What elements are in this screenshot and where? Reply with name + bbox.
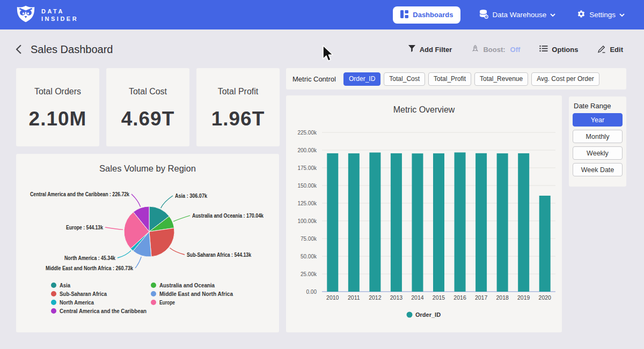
kpi-value: 4.69T bbox=[106, 108, 189, 130]
page-title: Sales Dashboard bbox=[31, 43, 113, 56]
svg-text:Middle East and North Africa :: Middle East and North Africa : 260.73k bbox=[46, 265, 133, 271]
metric-chip-avg-cost-per-order[interactable]: Avg. Cost per Order bbox=[531, 72, 599, 86]
svg-text:0.00: 0.00 bbox=[306, 289, 317, 295]
svg-text:50.00k: 50.00k bbox=[301, 254, 317, 259]
top-nav: DATA INSIDER Dashboards bbox=[0, 0, 644, 29]
bar-chart: 0.0025.00k50.00k75.00k100.00k125.00k150.… bbox=[286, 95, 562, 332]
svg-text:Australia and Oceania : 170.04: Australia and Oceania : 170.04k bbox=[192, 213, 264, 219]
svg-text:150.00k: 150.00k bbox=[297, 183, 317, 189]
pie-chart: Asia : 306.07kAustralia and Oceania : 17… bbox=[16, 154, 279, 332]
svg-text:Central America and the Caribb: Central America and the Caribbean : 226.… bbox=[30, 191, 129, 197]
date-range-monthly[interactable]: Monthly bbox=[573, 130, 623, 143]
svg-text:Middle East and North Africa: Middle East and North Africa bbox=[159, 291, 233, 297]
svg-text:2018: 2018 bbox=[496, 294, 509, 301]
metric-chip-total-cost[interactable]: Total_Cost bbox=[384, 72, 425, 86]
edit-label: Edit bbox=[610, 46, 623, 54]
kpi-card-total-orders: Total Orders 2.10M bbox=[16, 68, 99, 146]
svg-text:Australia and Oceania: Australia and Oceania bbox=[159, 282, 215, 288]
metric-control-bar: Metric Control Order_ID Total_Cost Total… bbox=[286, 68, 626, 90]
date-range-week-date[interactable]: Week Date bbox=[573, 163, 623, 176]
bar-2017[interactable] bbox=[475, 153, 487, 292]
svg-text:2012: 2012 bbox=[369, 294, 382, 301]
list-options-icon bbox=[539, 44, 548, 54]
date-range-year[interactable]: Year bbox=[573, 113, 623, 127]
pie-chart-card: Sales Volume by Region Asia : 306.07kAus… bbox=[16, 154, 279, 332]
bar-2015[interactable] bbox=[433, 153, 444, 292]
bar-2020[interactable] bbox=[539, 196, 551, 292]
svg-text:225.00k: 225.00k bbox=[297, 130, 317, 136]
boost-toggle[interactable]: Boost: Off bbox=[468, 44, 523, 55]
svg-text:125.00k: 125.00k bbox=[297, 201, 317, 206]
svg-text:North America : 45.34k: North America : 45.34k bbox=[64, 255, 115, 261]
bar-2019[interactable] bbox=[518, 153, 529, 292]
bar-2013[interactable] bbox=[391, 153, 402, 292]
svg-text:Order_ID: Order_ID bbox=[415, 311, 441, 318]
bar-2011[interactable] bbox=[348, 153, 360, 292]
bar-2014[interactable] bbox=[412, 153, 423, 292]
rocket-icon bbox=[471, 44, 479, 55]
kpi-value: 2.10M bbox=[16, 108, 99, 130]
nav-data-warehouse-label: Data Warehouse bbox=[492, 11, 546, 19]
metric-chip-order-id[interactable]: Order_ID bbox=[343, 72, 380, 86]
svg-text:Asia : 306.07k: Asia : 306.07k bbox=[175, 193, 207, 199]
filter-funnel-icon bbox=[408, 44, 416, 54]
svg-text:Europe : 544.13k: Europe : 544.13k bbox=[66, 225, 103, 231]
dashboard-grid-icon bbox=[400, 10, 408, 20]
brand-name: DATA INSIDER bbox=[41, 8, 78, 23]
options-label: Options bbox=[552, 46, 578, 54]
owl-logo-icon bbox=[16, 5, 35, 25]
svg-text:2011: 2011 bbox=[348, 294, 360, 301]
svg-text:75.00k: 75.00k bbox=[301, 236, 317, 242]
svg-text:2020: 2020 bbox=[539, 294, 552, 301]
svg-text:Europe: Europe bbox=[159, 299, 175, 306]
kpi-label: Total Cost bbox=[106, 87, 189, 96]
svg-text:2019: 2019 bbox=[517, 294, 530, 301]
svg-text:Asia: Asia bbox=[60, 282, 71, 288]
nav-dashboards-button[interactable]: Dashboards bbox=[393, 6, 460, 24]
metric-control-chips: Order_ID Total_Cost Total_Profit Total_R… bbox=[343, 72, 599, 86]
nav-data-warehouse-button[interactable]: Data Warehouse bbox=[475, 9, 559, 21]
kpi-value: 1.96T bbox=[196, 108, 280, 130]
header-actions: Add Filter Boost: Off bbox=[405, 44, 626, 55]
svg-text:2014: 2014 bbox=[411, 294, 424, 301]
pie-slice-sub-saharan-africa[interactable] bbox=[149, 228, 174, 257]
app-window: DATA INSIDER Dashboards bbox=[0, 0, 644, 349]
nav-settings-button[interactable]: Settings bbox=[574, 9, 628, 20]
svg-text:2010: 2010 bbox=[326, 294, 339, 301]
edit-button[interactable]: Edit bbox=[594, 44, 626, 55]
top-nav-menu: Dashboards Data Warehouse bbox=[393, 6, 628, 24]
svg-text:North America: North America bbox=[60, 299, 94, 306]
nav-settings-label: Settings bbox=[589, 11, 616, 19]
svg-text:2013: 2013 bbox=[390, 294, 403, 301]
svg-text:175.00k: 175.00k bbox=[297, 165, 317, 171]
svg-text:2017: 2017 bbox=[475, 294, 488, 301]
kpi-card-total-cost: Total Cost 4.69T bbox=[106, 68, 189, 146]
boost-label: Boost: bbox=[483, 46, 505, 54]
chevron-down-icon bbox=[619, 11, 625, 19]
bar-chart-card: Metric Overview 0.0025.00k50.00k75.00k10… bbox=[286, 95, 562, 332]
svg-text:Sub-Saharan Africa: Sub-Saharan Africa bbox=[60, 291, 107, 297]
database-icon bbox=[479, 9, 488, 20]
kpi-label: Total Profit bbox=[196, 87, 280, 96]
bar-2018[interactable] bbox=[497, 153, 508, 292]
back-button[interactable] bbox=[15, 44, 23, 55]
svg-text:2016: 2016 bbox=[453, 294, 466, 301]
nav-dashboards-label: Dashboards bbox=[413, 11, 453, 19]
date-range-weekly[interactable]: Weekly bbox=[573, 146, 623, 160]
bar-2010[interactable] bbox=[327, 153, 338, 292]
page-header: Sales Dashboard Add Filter Boost: Off bbox=[0, 29, 644, 65]
kpi-label: Total Orders bbox=[16, 87, 99, 96]
svg-text:2015: 2015 bbox=[433, 294, 445, 301]
brand: DATA INSIDER bbox=[16, 5, 78, 25]
boost-state: Off bbox=[510, 46, 521, 54]
pencil-icon bbox=[597, 44, 606, 55]
metric-chip-total-revenue[interactable]: Total_Revenue bbox=[474, 72, 528, 86]
bar-2016[interactable] bbox=[455, 152, 466, 292]
date-range-label: Date Range bbox=[569, 96, 626, 110]
options-button[interactable]: Options bbox=[536, 44, 581, 55]
metric-chip-total-profit[interactable]: Total_Profit bbox=[428, 72, 471, 86]
chevron-down-icon bbox=[550, 11, 555, 19]
svg-text:100.00k: 100.00k bbox=[297, 218, 317, 224]
add-filter-button[interactable]: Add Filter bbox=[405, 44, 456, 55]
bar-2012[interactable] bbox=[369, 152, 380, 292]
